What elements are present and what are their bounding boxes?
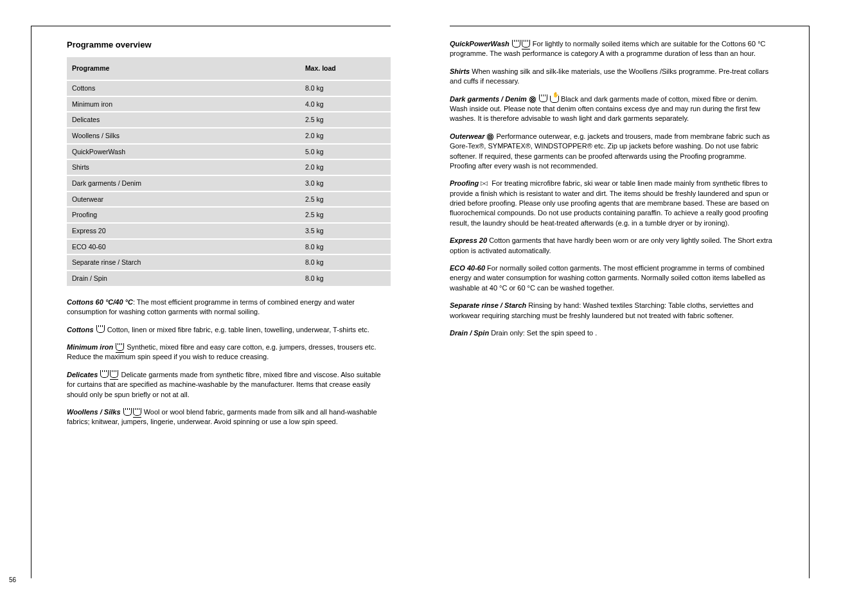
table-cell-programme: Cottons (67, 81, 300, 96)
program-block: Dark garments / Denim Black and dark gar… (450, 94, 774, 124)
program-title: Woollens / Silks (67, 408, 123, 416)
table-row: Proofing2.5 kg (67, 208, 391, 222)
program-block: Cottons Cotton, linen or mixed fibre fab… (67, 325, 391, 335)
wash-tub-underline-icon (133, 410, 141, 416)
programme-table: Programme Max. load Cottons8.0 kgMinimum… (67, 56, 391, 287)
program-description: When washing silk and silk-like material… (450, 67, 768, 85)
wash-tub-underline-icon (110, 372, 118, 378)
wool-icon (529, 96, 536, 103)
table-cell-maxload: 2.5 kg (300, 112, 391, 127)
table-cell-programme: Minimum iron (67, 97, 300, 112)
wool-icon (486, 133, 494, 141)
program-block: Cottons 60 °C/40 °C: The most efficient … (67, 298, 391, 317)
table-row: Cottons8.0 kg (67, 81, 391, 96)
program-block: QuickPowerWash For lightly to normally s… (450, 39, 774, 59)
program-block: Delicates Delicate garments made from sy… (67, 370, 391, 400)
table-cell-programme: Outerwear (67, 192, 300, 207)
table-cell-maxload: 2.0 kg (300, 160, 391, 175)
table-cell-programme: Delicates (67, 112, 300, 127)
table-cell-programme: Proofing (67, 208, 300, 222)
table-cell-programme: ECO 40-60 (67, 240, 300, 254)
table-title: Programme overview (67, 39, 391, 51)
table-cell-maxload: 3.5 kg (300, 224, 391, 238)
table-header-maxload: Max. load (300, 57, 391, 80)
table-row: Delicates2.5 kg (67, 112, 391, 127)
program-description: Drain only: Set the spin speed to . (489, 329, 597, 337)
table-row: Woollens / Silks 2.0 kg (67, 129, 391, 143)
program-description: For normally soiled cotton garments. The… (450, 264, 765, 292)
program-description: Cotton garments that have hardly been wo… (450, 236, 772, 254)
page-left: Programme overview Programme Max. load C… (31, 26, 391, 578)
program-title: Delicates (67, 371, 100, 378)
table-row: QuickPowerWash5.0 kg (67, 145, 391, 159)
table-cell-maxload: 8.0 kg (300, 255, 391, 270)
table-row: Minimum iron4.0 kg (67, 97, 391, 112)
wash-tub-icon (96, 327, 105, 333)
program-block: Shirts When washing silk and silk-like m… (450, 67, 774, 87)
program-block: Woollens / Silks Wool or wool blend fabr… (67, 407, 391, 427)
program-title: ECO 40-60 (450, 264, 485, 272)
wash-tub-icon (123, 410, 132, 416)
page-number: 56 (9, 576, 16, 585)
program-description: For treating microfibre fabric, ski wear… (450, 179, 769, 227)
program-block: Drain / Spin Drain only: Set the spin sp… (450, 328, 774, 338)
page-right: QuickPowerWash For lightly to normally s… (450, 26, 810, 578)
program-block: ECO 40-60 For normally soiled cotton gar… (450, 263, 774, 293)
program-block: Proofing For treating microfibre fabric,… (450, 179, 774, 228)
table-cell-maxload: 5.0 kg (300, 145, 391, 159)
program-title: Drain / Spin (450, 329, 489, 337)
handwash-icon (550, 96, 559, 103)
program-block: Separate rinse / Starch Rinsing by hand:… (450, 301, 774, 321)
program-title: Outerwear (450, 132, 486, 140)
wash-tub-icon (100, 372, 109, 378)
table-cell-programme: Shirts (67, 160, 300, 175)
program-title: QuickPowerWash (450, 40, 511, 48)
table-cell-maxload: 8.0 kg (300, 81, 391, 96)
table-cell-maxload: 8.0 kg (300, 271, 391, 286)
program-block: Express 20 Cotton garments that have har… (450, 236, 774, 256)
program-title: Minimum iron (67, 343, 115, 351)
table-cell-maxload: 2.5 kg (300, 208, 391, 222)
program-title: Separate rinse / Starch (450, 301, 526, 309)
table-row: ECO 40-608.0 kg (67, 240, 391, 254)
table-cell-programme: Express 20 (67, 224, 300, 238)
table-cell-maxload: 3.0 kg (300, 176, 391, 191)
program-title: Cottons 60 °C/40 °C (67, 298, 133, 306)
table-header-programme: Programme (67, 57, 300, 80)
table-cell-maxload: 2.5 kg (300, 192, 391, 207)
table-cell-maxload: 8.0 kg (300, 240, 391, 254)
table-row: Outerwear2.5 kg (67, 192, 391, 207)
table-cell-programme: Woollens / Silks (67, 129, 300, 143)
program-title: Dark garments / Denim (450, 95, 529, 103)
program-description: Performance outerwear, e.g. jackets and … (450, 132, 770, 170)
table-cell-programme: Drain / Spin (67, 271, 300, 286)
program-title: Shirts (450, 67, 470, 75)
wash-tub-icon (512, 42, 520, 48)
table-row: Separate rinse / Starch8.0 kg (67, 255, 391, 270)
table-row: Drain / Spin8.0 kg (67, 271, 391, 286)
program-description: Cotton, linen or mixed fibre fabric, e.g… (105, 326, 369, 333)
program-title: Express 20 (450, 236, 487, 244)
program-block: Outerwear Performance outerwear, e.g. ja… (450, 132, 774, 172)
table-cell-programme: QuickPowerWash (67, 145, 300, 159)
wash-tub-underline-icon (116, 345, 124, 351)
table-cell-programme: Dark garments / Denim (67, 176, 300, 191)
table-cell-maxload: 4.0 kg (300, 97, 391, 112)
table-cell-programme: Separate rinse / Starch (67, 255, 300, 270)
table-row: Express 203.5 kg (67, 224, 391, 238)
program-block: Minimum iron Synthetic, mixed fibre and … (67, 342, 391, 362)
table-row: Dark garments / Denim3.0 kg (67, 176, 391, 191)
wash-tub-underline-icon (522, 42, 530, 48)
table-row: Shirts2.0 kg (67, 160, 391, 175)
proofing-icon (481, 181, 490, 187)
table-cell-maxload: 2.0 kg (300, 129, 391, 143)
program-title: Cottons (67, 326, 96, 333)
program-title: Proofing (450, 179, 481, 187)
wash-tub-icon (539, 96, 547, 102)
